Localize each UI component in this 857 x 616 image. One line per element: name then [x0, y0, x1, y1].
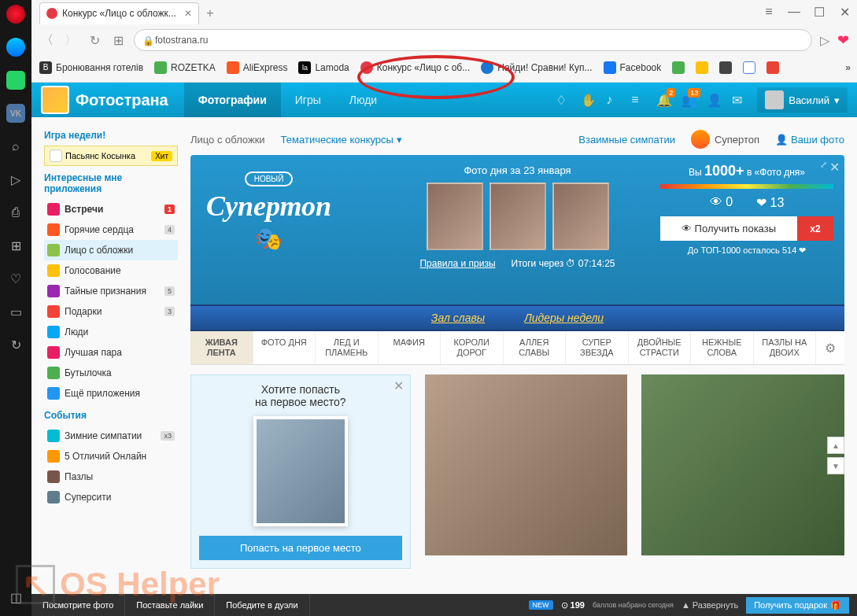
nav-people[interactable]: Люди: [335, 83, 391, 117]
category-tab[interactable]: КОРОЛИ ДОРОГ: [441, 331, 504, 364]
subnav-themes[interactable]: Тематические конкурсы ▾: [281, 134, 402, 146]
address-bar[interactable]: 🔒 fotostrana.ru: [134, 29, 812, 51]
back-button[interactable]: 〈: [39, 32, 55, 49]
sidebar-event-item[interactable]: Суперсити: [44, 487, 178, 507]
user-add-icon[interactable]: 👤: [707, 93, 721, 107]
grid-icon[interactable]: ⊞: [6, 236, 25, 255]
category-tab[interactable]: ЛЕД И ПЛАМЕНЬ: [316, 331, 379, 364]
bookmark-item[interactable]: laLamoda: [298, 61, 349, 74]
sidebar-app-item[interactable]: Тайные признания5: [44, 281, 178, 301]
rules-link[interactable]: Правила и призы: [419, 258, 495, 269]
week-leaders-link[interactable]: Лидеры недели: [524, 312, 604, 324]
settings-gear-icon[interactable]: ⚙: [816, 331, 844, 364]
menu-icon[interactable]: ≡: [763, 5, 775, 20]
bookmark-item[interactable]: Facebook: [604, 61, 662, 74]
history-icon[interactable]: ↻: [6, 335, 25, 354]
sidebar-app-item[interactable]: Встречи1: [44, 199, 178, 219]
category-tab[interactable]: ДВОЙНЫЕ СТРАСТИ: [629, 331, 692, 364]
subnav-mutual[interactable]: Взаимные симпатии: [578, 134, 675, 146]
bookmark-item[interactable]: BБронювання готелів: [39, 61, 143, 74]
category-tab[interactable]: ПАЗЛЫ НА ДВОИХ: [754, 331, 817, 364]
category-tab[interactable]: СУПЕР ЗВЕЗДА: [566, 331, 629, 364]
sidebar-toggle-icon[interactable]: ◫: [6, 588, 25, 607]
user-menu[interactable]: Василий ▾: [757, 87, 848, 113]
docs-icon[interactable]: [719, 61, 732, 74]
promo-button[interactable]: Попасть на первое место: [199, 536, 402, 560]
site-brand[interactable]: Фотострана: [76, 91, 168, 109]
sidebar-app-item[interactable]: Ещё приложения: [44, 383, 178, 404]
forward-button[interactable]: 〉: [63, 32, 79, 49]
shield-icon[interactable]: ♢: [556, 93, 570, 107]
sidebar-app-item[interactable]: Лицо с обложки: [44, 240, 178, 260]
mail-icon[interactable]: ✉: [732, 93, 746, 107]
nav-photos[interactable]: Фотографии: [184, 83, 281, 117]
maximize-icon[interactable]: ☐: [813, 5, 826, 20]
send-icon[interactable]: ▷: [6, 170, 25, 189]
messenger-icon[interactable]: [6, 38, 25, 57]
search-icon[interactable]: ⌕: [6, 137, 25, 156]
expand-button[interactable]: ▲ Развернуть: [682, 600, 738, 610]
nav-games[interactable]: Игры: [281, 83, 335, 117]
sidebar-app-item[interactable]: Голосование: [44, 260, 178, 281]
sidebar-app-item[interactable]: Бутылочка: [44, 363, 178, 383]
friends-icon[interactable]: 👥13: [682, 93, 696, 107]
subnav-supertop[interactable]: Супертоп: [691, 130, 759, 149]
tab-close-icon[interactable]: ✕: [184, 8, 192, 19]
subnav-face[interactable]: Лицо с обложки: [190, 134, 265, 146]
new-tab-button[interactable]: +: [199, 2, 221, 24]
bookmark-item[interactable]: Найди! Сравни! Куп...: [481, 61, 592, 74]
opera-logo-icon[interactable]: [6, 5, 25, 24]
list-icon[interactable]: ≡: [631, 93, 645, 107]
footer-item[interactable]: Победите в дуэли: [215, 594, 309, 616]
feed-photo[interactable]: [641, 374, 844, 569]
sidebar-event-item[interactable]: Зимние симпатииx3: [44, 426, 178, 446]
category-tab[interactable]: АЛЛЕЯ СЛАВЫ: [504, 331, 567, 364]
heart-outline-icon[interactable]: ♡: [6, 269, 25, 288]
music-icon[interactable]: ♪: [606, 93, 620, 107]
category-tab[interactable]: МАФИЯ: [379, 331, 441, 364]
whatsapp-icon[interactable]: [6, 71, 25, 90]
sidebar-app-item[interactable]: Горячие сердца4: [44, 219, 178, 240]
sidebar-event-item[interactable]: Пазлы: [44, 467, 178, 487]
hero-photo[interactable]: [552, 183, 609, 250]
hall-of-fame-link[interactable]: Зал славы: [431, 312, 485, 324]
scroll-up-icon[interactable]: ▲: [827, 437, 844, 454]
arrow-icon[interactable]: ▷: [820, 33, 829, 48]
bookmarks-more-icon[interactable]: »: [845, 62, 851, 73]
speed-dial-icon[interactable]: ⊞: [110, 33, 126, 48]
hero-photo[interactable]: [427, 183, 483, 250]
camera-icon[interactable]: ⎙: [6, 203, 25, 222]
bookmark-item[interactable]: ROZETKA: [154, 61, 216, 74]
get-views-button[interactable]: 👁 Получить показы x2: [660, 216, 833, 241]
heart-icon[interactable]: ❤: [837, 31, 849, 49]
category-tab[interactable]: ФОТО ДНЯ: [253, 331, 316, 364]
sidebar-app-item[interactable]: Лучшая пара: [44, 342, 178, 363]
vk-icon[interactable]: VK: [6, 104, 25, 123]
sidebar-app-item[interactable]: Люди: [44, 322, 178, 342]
reload-button[interactable]: ↻: [87, 33, 102, 48]
footer-item[interactable]: Поставьте лайки: [125, 594, 215, 616]
bookmark-item[interactable]: Конкурс «Лицо с об...: [360, 61, 470, 74]
footer-item[interactable]: Посмотрите фото: [31, 594, 125, 616]
gmail-icon[interactable]: [766, 61, 779, 74]
hit-game[interactable]: Пасьянс Косынка Хит: [44, 146, 178, 166]
minimize-icon[interactable]: —: [788, 5, 800, 20]
promo-close-icon[interactable]: ✕: [393, 378, 404, 393]
bookmark-item[interactable]: AliExpress: [227, 61, 288, 74]
category-tab[interactable]: ЖИВАЯ ЛЕНТА: [190, 331, 253, 364]
category-tab[interactable]: НЕЖНЫЕ СЛОВА: [691, 331, 754, 364]
news-icon[interactable]: ▭: [6, 302, 25, 321]
close-window-icon[interactable]: ✕: [838, 5, 851, 20]
sidebar-event-item[interactable]: 5 Отличий Онлайн: [44, 446, 178, 467]
subnav-yourphotos[interactable]: 👤 Ваши фото: [775, 134, 844, 146]
bell-icon[interactable]: 🔔2: [656, 93, 670, 107]
sidebar-app-item[interactable]: Подарки3: [44, 301, 178, 322]
hero-photo[interactable]: [489, 183, 546, 250]
site-logo-icon[interactable]: [41, 86, 69, 114]
scroll-down-icon[interactable]: ▼: [827, 457, 844, 474]
browser-tab[interactable]: Конкурс «Лицо с обложк... ✕: [39, 2, 199, 24]
google-icon[interactable]: [743, 61, 755, 74]
hand-icon[interactable]: ✋: [581, 93, 595, 107]
drive-icon[interactable]: [672, 61, 685, 74]
feed-photo[interactable]: [425, 374, 628, 569]
